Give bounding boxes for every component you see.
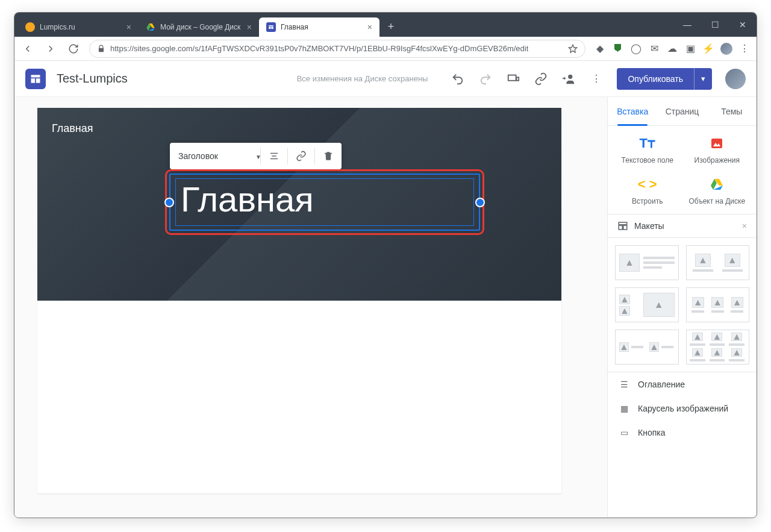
profile-avatar-small[interactable] (720, 43, 732, 55)
button-icon: ▭ (619, 428, 629, 437)
browser-menu-button[interactable]: ⋮ (738, 43, 751, 55)
canvas-area[interactable]: Главная Заголовок ▼ (14, 97, 607, 518)
component-button[interactable]: ▭ Кнопка (608, 421, 757, 445)
svg-rect-8 (31, 78, 36, 83)
svg-rect-21 (619, 225, 622, 230)
ext-icon-7[interactable]: ⚡ (702, 43, 714, 55)
components-list: ☰ Оглавление ▦ Карусель изображений ▭ Кн… (608, 372, 757, 445)
save-status-text: Все изменения на Диске сохранены (297, 74, 428, 83)
site-title[interactable]: Test-Lumpics (57, 72, 128, 86)
publish-button[interactable]: Опубликовать (617, 68, 694, 90)
header-actions: ⋮ Опубликовать ▾ (451, 68, 746, 90)
browser-tab-lumpics[interactable]: Lumpics.ru × (18, 17, 139, 37)
component-carousel[interactable]: ▦ Карусель изображений (608, 396, 757, 421)
component-toc[interactable]: ☰ Оглавление (608, 372, 757, 396)
tab-title: Главная (281, 23, 308, 31)
redo-button[interactable] (478, 72, 493, 86)
text-icon: Tᴛ (640, 136, 655, 151)
page-title-text[interactable]: Главная (175, 178, 474, 226)
svg-marker-6 (569, 45, 576, 52)
ext-icon-2[interactable]: ⛊ (612, 43, 624, 55)
right-sidebar: Вставка Страниц Темы Tᴛ Текстовое поле И… (607, 97, 757, 518)
layout-option-5[interactable]: ▲ ▲ (615, 330, 679, 365)
svg-rect-22 (623, 225, 627, 230)
new-tab-button[interactable]: + (383, 19, 399, 34)
carousel-icon: ▦ (619, 404, 629, 413)
close-tab-icon[interactable]: × (247, 22, 252, 32)
layout-option-2[interactable]: ▲ ▲ (686, 245, 750, 280)
favicon-sites (266, 22, 276, 32)
share-button[interactable] (561, 72, 576, 86)
layout-option-1[interactable]: ▲ (615, 245, 679, 280)
favicon-drive (146, 22, 155, 32)
close-icon[interactable]: × (742, 221, 747, 231)
component-label: Кнопка (638, 428, 665, 437)
workspace: Главная Заголовок ▼ (14, 97, 757, 518)
undo-button[interactable] (451, 72, 465, 86)
insert-images[interactable]: Изображения (682, 134, 752, 164)
user-avatar[interactable] (725, 69, 746, 89)
url-field[interactable]: https://sites.google.com/s/1fAFgTWSXDCvR… (89, 40, 585, 58)
svg-rect-3 (269, 25, 273, 27)
forward-button[interactable] (43, 42, 58, 56)
close-window-button[interactable]: ✕ (729, 13, 757, 37)
insert-link-button[interactable] (288, 143, 314, 169)
insert-text-box[interactable]: Tᴛ Текстовое поле (613, 134, 682, 164)
ext-icon-1[interactable]: ◆ (594, 43, 606, 55)
window-titlebar: Lumpics.ru × Мой диск – Google Диск × Гл… (14, 13, 757, 37)
link-button[interactable] (534, 72, 548, 86)
ext-icon-5[interactable]: ☁ (666, 43, 678, 55)
page-header-section[interactable]: Главная Заголовок ▼ (37, 108, 561, 301)
minimize-button[interactable]: — (673, 13, 701, 37)
svg-rect-7 (31, 75, 40, 77)
svg-rect-4 (269, 27, 270, 29)
toc-icon: ☰ (619, 380, 629, 389)
browser-tab-sites[interactable]: Главная × (259, 17, 379, 37)
layout-option-6[interactable]: ▲ ▲ ▲ ▲ ▲ ▲ (686, 330, 750, 365)
page-canvas: Главная Заголовок ▼ (37, 108, 561, 493)
ext-icon-3[interactable]: ◯ (630, 43, 642, 55)
insert-drive-object[interactable]: Объект на Диске (682, 175, 752, 205)
maximize-button[interactable]: ☐ (701, 13, 729, 37)
drive-icon (682, 175, 752, 193)
svg-rect-5 (271, 27, 273, 29)
publish-button-group: Опубликовать ▾ (617, 68, 712, 90)
ext-icon-6[interactable]: ▣ (684, 43, 696, 55)
reload-button[interactable] (66, 42, 81, 56)
insert-embed[interactable]: < > Встроить (613, 175, 682, 205)
delete-button[interactable] (315, 143, 342, 169)
component-label: Оглавление (638, 380, 685, 389)
address-bar: https://sites.google.com/s/1fAFgTWSXDCvR… (14, 37, 757, 61)
browser-tab-drive[interactable]: Мой диск – Google Диск × (139, 17, 259, 37)
insert-label: Текстовое поле (613, 156, 682, 164)
close-tab-icon[interactable]: × (367, 22, 372, 32)
ext-icon-4[interactable]: ✉ (648, 43, 660, 55)
preview-button[interactable] (506, 72, 520, 86)
app-header: Test-Lumpics Все изменения на Диске сохр… (14, 61, 757, 97)
more-options-button[interactable]: ⋮ (589, 72, 604, 86)
layouts-label: Макеты (634, 221, 664, 231)
sites-logo-icon[interactable] (25, 69, 46, 89)
lock-icon (97, 45, 105, 53)
tab-title: Мой диск – Google Диск (160, 23, 240, 31)
tab-insert[interactable]: Вставка (608, 97, 657, 126)
svg-rect-11 (517, 77, 519, 81)
bookmark-star-icon[interactable] (568, 44, 578, 54)
back-button[interactable] (20, 42, 35, 56)
text-style-select[interactable]: Заголовок (170, 143, 260, 169)
tab-themes[interactable]: Темы (707, 97, 757, 126)
tab-title: Lumpics.ru (40, 23, 75, 31)
close-tab-icon[interactable]: × (126, 22, 131, 32)
tab-pages[interactable]: Страниц (657, 97, 707, 126)
layout-option-3[interactable]: ▲▲ ▲ (615, 287, 679, 322)
title-resize-frame[interactable]: Главная (169, 174, 480, 231)
insert-label: Изображения (682, 156, 752, 164)
page-name-label: Главная (52, 122, 93, 135)
align-button[interactable] (261, 143, 287, 169)
publish-dropdown-button[interactable]: ▾ (694, 68, 712, 90)
layout-option-4[interactable]: ▲ ▲ ▲ (686, 287, 750, 322)
favicon-lumpics (25, 22, 35, 32)
layouts-icon (617, 221, 628, 231)
insert-label: Встроить (613, 197, 682, 205)
svg-rect-10 (508, 75, 516, 80)
